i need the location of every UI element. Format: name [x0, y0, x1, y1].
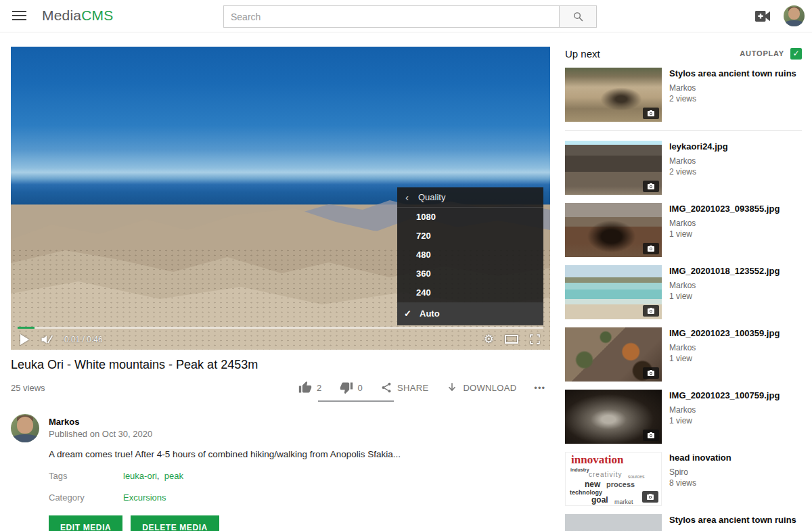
upnext-item[interactable]: IMG_20201023_100759.jpgMarkos1 view [565, 390, 802, 444]
thumb-up-icon [298, 381, 312, 394]
upnext-item[interactable]: leykaori24.jpgMarkos2 views [565, 141, 802, 195]
download-icon [446, 382, 458, 394]
upnext-item-title[interactable]: IMG_20201023_093855.jpg [669, 204, 780, 214]
search-button[interactable] [559, 5, 597, 28]
upnext-item-title[interactable]: Stylos area ancient town ruins [669, 68, 796, 79]
upnext-item-views: 1 view [669, 291, 780, 302]
upnext-item-title[interactable]: Stylos area ancient town ruins [669, 515, 796, 526]
upload-media-button[interactable] [754, 9, 771, 24]
like-button[interactable]: 2 [298, 381, 322, 394]
autoplay-checkbox[interactable]: ✓ [790, 48, 802, 60]
upnext-thumbnail[interactable]: innovationindustrycreativitynewprocesste… [565, 452, 662, 506]
fullscreen-button[interactable] [529, 333, 541, 345]
image-type-badge [643, 430, 659, 441]
author-name[interactable]: Markos [49, 417, 80, 427]
upnext-item[interactable]: IMG_20201018_123552.jpgMarkos1 view [565, 265, 802, 319]
upnext-item-title[interactable]: leykaori24.jpg [669, 141, 728, 152]
upnext-item-author[interactable]: Spiro [669, 467, 731, 478]
upnext-item-author[interactable]: Markos [669, 405, 780, 415]
share-icon [380, 382, 392, 394]
quality-option-720[interactable]: 720 [397, 227, 543, 246]
delete-media-button[interactable]: DELETE MEDIA [131, 515, 219, 531]
upnext-item-views: 2 views [669, 93, 796, 104]
upnext-thumbnail[interactable] [565, 68, 662, 122]
quality-option-auto[interactable]: ✓Auto [397, 302, 543, 325]
upnext-item-title[interactable]: IMG_20201023_100359.jpg [669, 328, 780, 339]
wordcloud-word: market [614, 499, 633, 505]
category-label: Category [49, 492, 85, 503]
upnext-item-views: 1 view [669, 415, 780, 426]
like-count: 2 [317, 383, 322, 393]
download-button[interactable]: DOWNLOAD [446, 382, 516, 394]
media-actions: EDIT MEDIA DELETE MEDIA [49, 515, 219, 531]
logo[interactable]: MediaCMS [42, 7, 113, 24]
tag-link-peak[interactable]: peak [164, 471, 183, 481]
hamburger-menu-icon[interactable] [12, 11, 26, 21]
image-type-badge [642, 491, 658, 503]
upnext-item[interactable]: innovationindustrycreativitynewprocesste… [565, 452, 802, 506]
quality-option-360[interactable]: 360 [397, 264, 543, 283]
publish-date: Published on Oct 30, 2020 [49, 429, 152, 439]
category-link[interactable]: Excursions [123, 492, 166, 503]
play-icon [20, 334, 29, 345]
camera-icon [647, 245, 655, 252]
upnext-thumbnail[interactable] [565, 141, 662, 195]
edit-media-button[interactable]: EDIT MEDIA [49, 515, 122, 531]
image-type-badge [643, 181, 659, 192]
thumb-down-icon [340, 381, 353, 394]
upnext-item-author[interactable]: Markos [669, 280, 780, 291]
upnext-item-views: 8 views [669, 478, 731, 488]
upnext-thumbnail[interactable] [565, 390, 662, 444]
time-display: 0:01 / 0:46 [64, 335, 103, 344]
upnext-item-author[interactable]: Markos [669, 156, 728, 166]
upnext-item[interactable]: Stylos area ancient town ruinsMarkos2 vi… [565, 68, 802, 122]
image-type-badge [643, 367, 659, 379]
upnext-thumbnail[interactable] [565, 514, 662, 531]
wordcloud-word: process [606, 480, 635, 488]
videocam-add-icon [754, 9, 771, 24]
top-navigation-bar: MediaCMS [0, 0, 812, 32]
video-player[interactable]: ‹ Quality 1080720480360240✓Auto 0:01 / 0… [11, 47, 550, 350]
camera-icon [647, 369, 655, 377]
download-label: DOWNLOAD [463, 383, 516, 393]
upnext-item-author[interactable]: Markos [669, 342, 780, 353]
search-input[interactable] [223, 5, 559, 28]
wordcloud-word: industry [570, 467, 589, 472]
upnext-thumbnail[interactable] [565, 327, 662, 382]
more-actions-button[interactable]: ••• [534, 383, 545, 393]
upnext-item-author[interactable]: Markos [669, 83, 796, 93]
wordcloud-word: creativity [589, 471, 622, 478]
image-type-badge [643, 243, 659, 254]
settings-button[interactable]: ⚙ [484, 333, 494, 345]
dislike-button[interactable]: 0 [340, 381, 363, 394]
upnext-item-title[interactable]: IMG_20201018_123552.jpg [669, 266, 780, 277]
upnext-item-views: 1 view [669, 353, 780, 364]
upnext-item-views: 2 views [669, 166, 728, 177]
share-button[interactable]: SHARE [380, 382, 428, 394]
theater-mode-button[interactable] [505, 335, 518, 344]
search-bar [223, 5, 597, 28]
upnext-item[interactable]: IMG_20201023_093855.jpgMarkos1 view [565, 203, 802, 257]
upnext-item[interactable]: IMG_20201023_100359.jpgMarkos1 view [565, 327, 802, 382]
wordcloud-word: innovation [571, 453, 623, 467]
author-avatar[interactable] [11, 414, 39, 442]
quality-option-480[interactable]: 480 [397, 246, 543, 264]
upnext-item-title[interactable]: IMG_20201023_100759.jpg [669, 390, 780, 401]
upnext-thumbnail[interactable] [565, 203, 662, 257]
autoplay-label: AUTOPLAY [740, 49, 784, 57]
tag-link-leuka-ori[interactable]: leuka-ori [123, 471, 157, 481]
upnext-item-author[interactable]: Markos [669, 218, 780, 229]
upnext-item[interactable]: Stylos area ancient town ruins [565, 514, 802, 531]
more-dots-icon: ••• [534, 383, 545, 393]
quality-option-240[interactable]: 240 [397, 283, 543, 302]
play-button[interactable] [20, 334, 29, 345]
user-avatar[interactable] [784, 5, 805, 26]
up-next-sidebar: Up next AUTOPLAY ✓ Stylos area ancient t… [565, 47, 802, 531]
mute-button[interactable] [40, 333, 53, 346]
ratings-underline [318, 400, 394, 402]
quality-option-1080[interactable]: 1080 [397, 208, 543, 227]
quality-menu-header[interactable]: ‹ Quality [397, 187, 543, 208]
image-type-badge [643, 305, 659, 317]
upnext-thumbnail[interactable] [565, 265, 662, 319]
upnext-item-title[interactable]: head inovation [669, 453, 731, 463]
